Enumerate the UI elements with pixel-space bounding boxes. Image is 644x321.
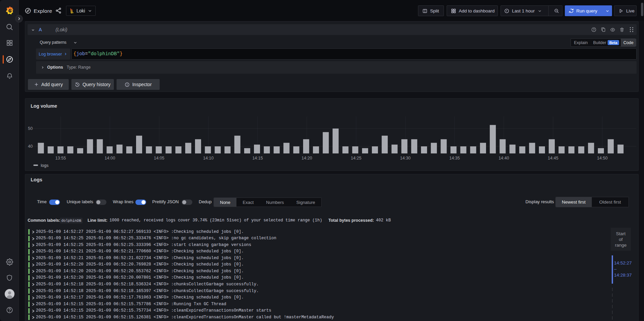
svg-text:logs: logs [41,163,49,168]
svg-text:14:25: 14:25 [351,156,361,160]
svg-text:14:35: 14:35 [449,156,460,160]
svg-text:14:00: 14:00 [105,156,115,160]
svg-text:40: 40 [28,144,33,149]
svg-text:13:55: 13:55 [55,156,66,160]
svg-text:14:15: 14:15 [252,156,263,160]
svg-text:14:50: 14:50 [597,156,608,160]
svg-text:14:30: 14:30 [400,156,411,160]
svg-text:14:45: 14:45 [548,156,558,160]
svg-text:14:10: 14:10 [203,156,214,160]
svg-text:14:05: 14:05 [154,156,164,160]
svg-text:14:40: 14:40 [498,156,509,160]
svg-text:14:20: 14:20 [301,156,312,160]
svg-text:50: 50 [28,126,33,131]
